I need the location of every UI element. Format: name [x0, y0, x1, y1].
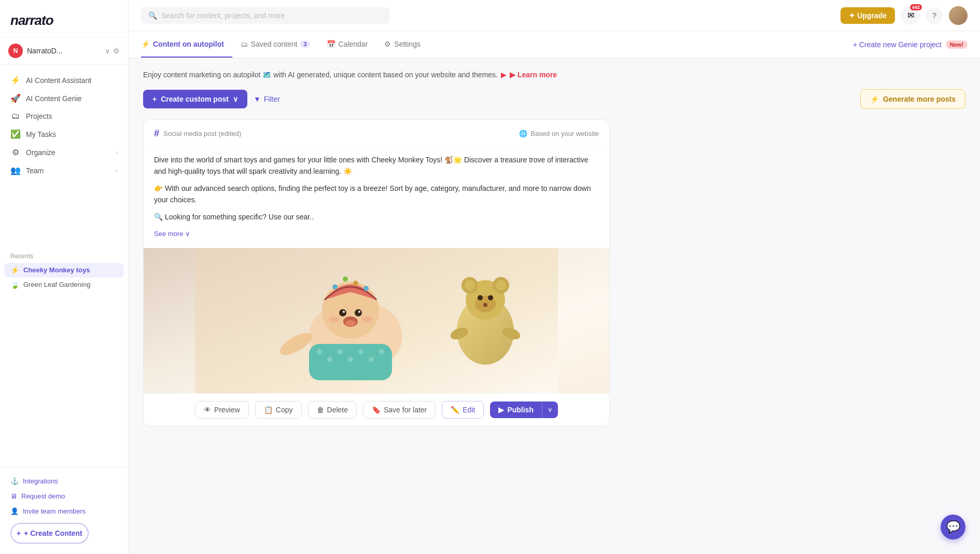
publish-button[interactable]: ▶ Publish	[490, 401, 542, 418]
upgrade-button[interactable]: ✦ Upgrade	[841, 7, 895, 24]
gear-icon[interactable]: ⚙	[113, 47, 120, 55]
sidebar-item-ai-content-assistant[interactable]: ⚡ AI Content Assistant	[4, 71, 124, 89]
main-area: 🔍 Search for content, projects, and more…	[129, 0, 980, 554]
tab-calendar[interactable]: 📅 Calendar	[318, 31, 376, 58]
recent-item-green-leaf[interactable]: 🍃 Green Leaf Gardening	[4, 278, 124, 292]
person-add-icon: 👤	[10, 507, 19, 515]
topbar: 🔍 Search for content, projects, and more…	[129, 0, 980, 31]
save-later-label: Save for later	[384, 406, 427, 414]
workspace-selector[interactable]: N NarratoD... ∨ ⚙	[0, 37, 128, 65]
recent-item-label: Green Leaf Gardening	[23, 281, 90, 288]
svg-point-31	[348, 357, 353, 362]
lightning-icon: ⚡	[870, 95, 879, 103]
edit-label: Edit	[463, 406, 475, 414]
sidebar-item-team[interactable]: 👥 Team ›	[4, 161, 124, 179]
tab-autopilot[interactable]: ⚡ Content on autopilot	[141, 31, 232, 58]
main-nav: ⚡ AI Content Assistant 🚀 AI Content Geni…	[0, 65, 128, 248]
request-demo-link[interactable]: 🖥 Request demo	[4, 489, 124, 504]
new-badge: New!	[946, 40, 968, 49]
recent-item-cheeky-monkey[interactable]: ⚡ Cheeky Monkey toys	[4, 263, 124, 278]
notification-badge: 442	[910, 4, 922, 10]
integrations-link[interactable]: ⚓ Integrations	[4, 474, 124, 489]
svg-point-8	[478, 295, 483, 300]
create-custom-post-button[interactable]: + Create custom post ∨	[143, 90, 247, 108]
publish-group: ▶ Publish ∨	[490, 401, 558, 418]
invite-team-link[interactable]: 👤 Invite team members	[4, 504, 124, 519]
tab-bar: ⚡ Content on autopilot 🗂 Saved content 3…	[129, 31, 980, 58]
content-area: Enjoy content marketing on autopilot 🗺️ …	[129, 58, 980, 554]
tab-label: Saved content	[251, 40, 298, 48]
post-body: Dive into the world of smart toys and ga…	[144, 146, 609, 248]
notifications-button[interactable]: ✉ 442	[901, 6, 920, 25]
post-footer: 👁 Preview 📋 Copy 🗑 Delete 🔖 Save for lat…	[144, 393, 609, 426]
search-placeholder: Search for content, projects, and more	[161, 11, 285, 20]
workspace-controls: ∨ ⚙	[105, 47, 120, 55]
svg-point-30	[338, 349, 343, 354]
bell-icon: ✉	[907, 10, 914, 20]
sidebar-item-organize[interactable]: ⚙ Organize ›	[4, 143, 124, 161]
delete-button[interactable]: 🗑 Delete	[308, 401, 357, 419]
publish-dropdown-button[interactable]: ∨	[542, 401, 558, 418]
svg-point-32	[358, 349, 363, 354]
image-placeholder	[144, 248, 609, 393]
see-more-button[interactable]: See more ∨	[154, 229, 190, 240]
svg-point-24	[345, 320, 356, 326]
nav-label: Organize	[26, 148, 55, 157]
actions-bar: + Create custom post ∨ ▼ Filter ⚡ Genera…	[143, 89, 965, 109]
tab-saved[interactable]: 🗂 Saved content 3	[232, 31, 318, 58]
svg-point-18	[363, 286, 369, 291]
link-label: Request demo	[21, 492, 65, 500]
help-button[interactable]: ?	[926, 7, 943, 24]
svg-point-9	[488, 295, 493, 300]
sidebar-bottom: ⚓ Integrations 🖥 Request demo 👤 Invite t…	[0, 467, 128, 554]
svg-point-21	[343, 311, 345, 313]
copy-button[interactable]: 📋 Copy	[255, 401, 302, 419]
link-label: Integrations	[23, 477, 58, 485]
copy-label: Copy	[276, 406, 293, 414]
anchor-icon: ⚓	[10, 477, 19, 485]
filter-button[interactable]: ▼ Filter	[254, 95, 280, 103]
tab-badge: 3	[300, 40, 310, 48]
filter-icon: ▼	[254, 95, 261, 103]
search-bar[interactable]: 🔍 Search for content, projects, and more	[141, 7, 390, 24]
play-icon: ▶	[498, 406, 504, 414]
tab-settings[interactable]: ⚙ Settings	[376, 31, 429, 58]
svg-point-20	[355, 309, 362, 316]
search-icon: 🔍	[148, 11, 157, 20]
edit-button[interactable]: ✏️ Edit	[442, 401, 484, 419]
chevron-down-icon[interactable]: ∨	[105, 47, 110, 55]
logo: narrato	[0, 0, 128, 37]
learn-more-link[interactable]: ▶ Learn more	[510, 71, 557, 79]
chat-bubble-button[interactable]: 💬	[941, 515, 965, 539]
svg-point-26	[362, 316, 372, 323]
svg-point-17	[353, 281, 358, 286]
chevron-right-icon: ›	[116, 167, 118, 174]
svg-point-16	[343, 276, 348, 282]
folder-icon: 🗂	[241, 40, 248, 48]
preview-button[interactable]: 👁 Preview	[195, 401, 249, 419]
hash-icon: #	[154, 128, 159, 139]
chevron-down-icon: ∨	[548, 406, 553, 413]
recent-item-label: Cheeky Monkey toys	[23, 266, 90, 274]
create-genie-project[interactable]: + Create new Genie project New!	[849, 40, 968, 49]
preview-label: Preview	[214, 406, 240, 414]
lightning-icon: ⚡	[10, 266, 19, 274]
nav-label: Projects	[26, 112, 52, 120]
link-label: Invite team members	[23, 507, 86, 515]
post-type: # Social media post (edited)	[154, 128, 241, 139]
globe-icon: 🌐	[519, 130, 527, 137]
create-content-button[interactable]: + + Create Content	[10, 523, 89, 544]
nav-label: Team	[26, 167, 44, 175]
post-type-label: Social media post (edited)	[163, 130, 241, 137]
post-paragraph-3: 🔍 Looking for something specific? Use ou…	[154, 211, 599, 223]
svg-point-28	[317, 349, 322, 354]
copy-icon: 📋	[264, 406, 273, 414]
sidebar-item-ai-content-genie[interactable]: 🚀 AI Content Genie	[4, 89, 124, 107]
calendar-icon: 📅	[327, 40, 335, 48]
user-avatar[interactable]	[949, 6, 968, 25]
save-for-later-button[interactable]: 🔖 Save for later	[363, 401, 436, 419]
sidebar-item-my-tasks[interactable]: ✅ My Tasks	[4, 125, 124, 143]
generate-more-posts-button[interactable]: ⚡ Generate more posts	[860, 89, 965, 109]
question-icon: ?	[932, 11, 936, 20]
sidebar-item-projects[interactable]: 🗂 Projects	[4, 107, 124, 125]
